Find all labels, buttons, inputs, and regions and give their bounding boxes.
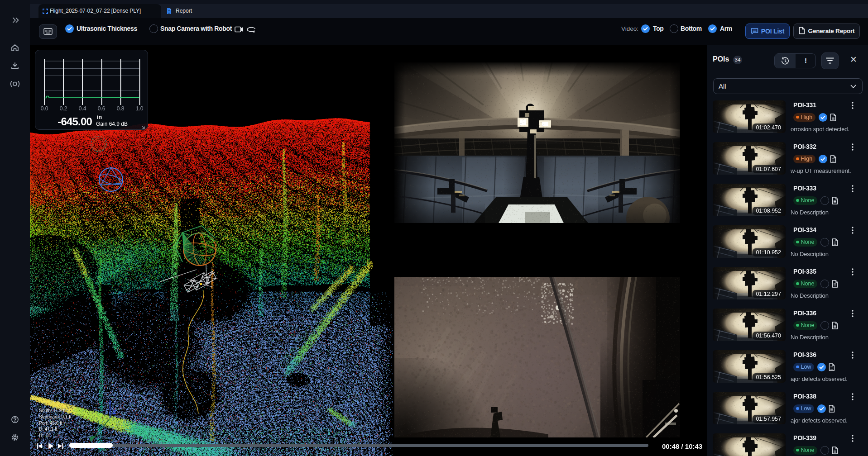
svg-text:Gain 64.9 dB: Gain 64.9 dB: [96, 121, 128, 127]
svg-text:0.4: 0.4: [79, 105, 86, 112]
svg-text:0.6: 0.6: [98, 105, 106, 112]
svg-text:0.8: 0.8: [117, 105, 125, 112]
svg-text:in: in: [97, 114, 102, 120]
svg-text:0.0: 0.0: [41, 105, 48, 112]
svg-text:-645.00: -645.00: [58, 115, 92, 128]
svg-text:Z: Z: [113, 409, 116, 415]
svg-text:0.2: 0.2: [60, 105, 67, 112]
svg-text:1.0: 1.0: [136, 105, 144, 112]
